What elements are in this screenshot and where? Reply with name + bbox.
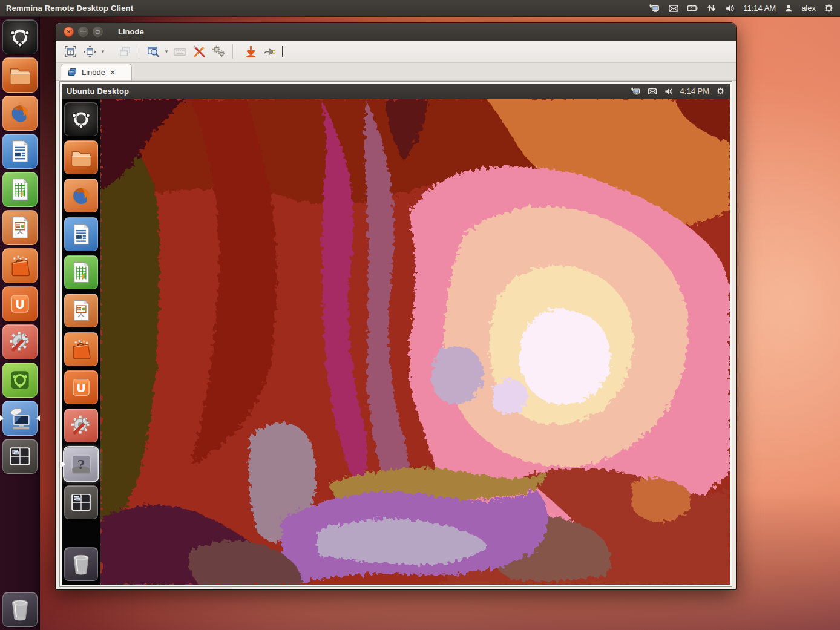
volume-indicator-icon[interactable] [664,87,674,96]
user-icon[interactable] [784,4,793,13]
toggle-fullscreen-button[interactable] [61,43,80,61]
minimize-to-tray-button[interactable] [241,43,260,61]
tab-close-icon[interactable]: ✕ [110,69,116,76]
session-gear-icon[interactable] [824,3,834,13]
toolbar-separator [232,44,233,59]
preferences-button[interactable] [209,43,228,61]
minimize-button[interactable]: — [78,27,88,37]
launcher-item-software-center[interactable] [2,248,38,283]
sync-arrows-icon[interactable] [706,3,717,13]
launcher-item-ubuntu-one[interactable] [2,286,38,321]
window-toolbar: ▼ ▼ [56,41,736,63]
remote-launcher-item-impress[interactable] [64,294,98,327]
focused-indicator-arrow [36,415,40,421]
remote-launcher-item-software-center[interactable] [64,332,98,366]
launcher-item-dash[interactable] [2,19,38,54]
remote-desktop[interactable]: Ubuntu Desktop 4:14 PM [62,84,730,585]
remmina-indicator-icon[interactable] [649,2,660,14]
launcher-item-impress[interactable] [2,210,38,245]
remote-launcher-item-trash[interactable] [64,547,98,581]
session-gear-icon[interactable] [716,87,725,96]
launcher-item-remmina[interactable] [2,401,38,436]
remote-launcher-item-system-settings[interactable] [64,409,98,442]
launcher-item-software-updater[interactable] [2,363,38,398]
remote-launcher-item-workspaces[interactable] [64,485,98,519]
tab-linode[interactable]: Linode ✕ [61,64,132,80]
maximize-button[interactable]: ▢ [93,27,103,37]
launcher-item-writer[interactable] [2,134,38,169]
host-tray: 11:14 AM alex [649,2,840,14]
scaled-mode-dropdown[interactable]: ▼ [163,43,170,61]
switch-page-button[interactable] [115,43,134,61]
remote-launcher-item-dash[interactable] [64,102,98,136]
launcher-item-system-settings[interactable] [2,324,38,359]
fit-window-button[interactable] [80,43,99,61]
host-launcher [0,16,40,630]
launcher-item-firefox[interactable] [2,96,38,131]
launcher-item-files[interactable] [2,57,38,93]
battery-indicator-icon[interactable] [687,2,698,14]
remote-viewport-frame: Ubuntu Desktop 4:14 PM [59,81,732,587]
fit-window-dropdown[interactable]: ▼ [99,43,107,61]
window-title: Linode [118,27,144,36]
close-button[interactable]: ✕ [64,27,74,37]
launcher-item-calc[interactable] [2,172,38,207]
host-clock[interactable]: 11:14 AM [743,4,776,13]
remote-launcher-item-writer[interactable] [64,217,98,251]
tab-strip: Linode ✕ [56,63,736,81]
host-username[interactable]: alex [801,4,816,13]
focused-indicator-arrow [62,461,65,467]
mail-indicator-icon[interactable] [668,3,679,14]
grab-keyboard-button[interactable] [170,43,189,61]
remmina-indicator-icon[interactable] [631,86,641,96]
remote-top-panel[interactable]: Ubuntu Desktop 4:14 PM [62,84,730,99]
toolbar-caret [282,46,283,57]
host-panel-title: Remmina Remote Desktop Client [0,4,133,13]
remote-wallpaper [100,99,730,585]
remote-clock[interactable]: 4:14 PM [680,87,709,96]
remote-tray: 4:14 PM [631,86,730,96]
scaled-mode-button[interactable] [143,43,163,61]
remote-launcher-item-firefox[interactable] [64,179,98,212]
remote-launcher [62,99,100,585]
disconnect-button[interactable] [260,43,280,61]
remote-launcher-item-unknown-app[interactable] [64,447,98,481]
toolbar-separator [139,44,139,59]
remote-panel-title: Ubuntu Desktop [62,87,129,96]
tab-icon [67,67,77,77]
tools-button[interactable] [189,43,209,61]
launcher-item-trash[interactable] [2,592,38,627]
window-titlebar[interactable]: ✕ — ▢ Linode [56,23,736,41]
launcher-item-workspaces[interactable] [2,439,38,474]
host-top-panel: Remmina Remote Desktop Client 11:14 AM a… [0,0,840,17]
running-indicator-arrow [0,415,4,421]
mail-indicator-icon[interactable] [648,87,657,96]
volume-indicator-icon[interactable] [724,3,735,14]
remote-launcher-item-calc[interactable] [64,255,98,289]
tab-label: Linode [82,68,105,77]
remote-launcher-item-files[interactable] [64,140,98,174]
remmina-window: ✕ — ▢ Linode ▼ ▼ Linode ✕ [56,23,736,589]
remote-launcher-item-ubuntu-one[interactable] [64,370,98,404]
